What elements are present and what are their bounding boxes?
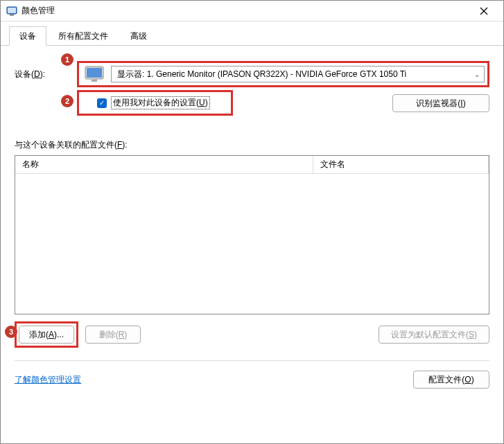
- tab-all-profiles[interactable]: 所有配置文件: [48, 26, 119, 46]
- table-header: 名称 文件名: [15, 156, 489, 174]
- close-icon: [480, 7, 488, 15]
- device-row: 设备(D): 1 显示器: 1. Generic Monitor (IPASON…: [15, 61, 489, 87]
- add-button-highlight: 添加(A)...: [15, 321, 78, 348]
- set-default-button: 设置为默认配置文件(S): [379, 326, 489, 344]
- device-select-highlight: 1 显示器: 1. Generic Monitor (IPASON QR322X…: [77, 61, 489, 87]
- annotation-2: 2: [61, 95, 73, 107]
- tab-advanced[interactable]: 高级: [120, 26, 157, 46]
- app-icon: [6, 6, 17, 17]
- content-area: 设备(D): 1 显示器: 1. Generic Monitor (IPASON…: [1, 46, 503, 443]
- chevron-down-icon: ⌄: [474, 71, 480, 78]
- svg-rect-1: [8, 8, 16, 13]
- identify-monitors-button[interactable]: 识别监视器(I): [392, 94, 489, 112]
- titlebar: 颜色管理: [1, 1, 503, 21]
- settings-row: 2 ✓ 使用我对此设备的设置(U) 识别监视器(I): [15, 90, 489, 116]
- remove-button: 删除(R): [85, 326, 141, 344]
- close-button[interactable]: [470, 1, 498, 21]
- use-settings-label: 使用我对此设备的设置(U): [111, 96, 210, 109]
- tab-device[interactable]: 设备: [9, 26, 46, 46]
- col-header-file[interactable]: 文件名: [313, 156, 489, 173]
- footer-row: 了解颜色管理设置 配置文件(O): [15, 371, 489, 389]
- svg-rect-2: [10, 15, 14, 16]
- associated-profiles-label: 与这个设备关联的配置文件(F):: [15, 139, 489, 151]
- device-select-value: 显示器: 1. Generic Monitor (IPASON QR322X) …: [117, 69, 406, 80]
- profiles-button[interactable]: 配置文件(O): [413, 371, 489, 389]
- col-header-name[interactable]: 名称: [15, 156, 313, 173]
- annotation-1: 1: [61, 53, 73, 66]
- color-management-window: 颜色管理 设备 所有配置文件 高级 设备(D): 1: [0, 0, 504, 444]
- table-body[interactable]: [15, 174, 489, 314]
- monitor-icon: [85, 66, 104, 82]
- use-settings-checkbox[interactable]: ✓: [97, 98, 107, 108]
- divider: [15, 360, 489, 361]
- add-button[interactable]: 添加(A)...: [19, 326, 74, 344]
- learn-link[interactable]: 了解颜色管理设置: [15, 374, 81, 386]
- tab-bar: 设备 所有配置文件 高级: [1, 21, 503, 46]
- use-settings-highlight: 2 ✓ 使用我对此设备的设置(U): [77, 90, 233, 116]
- profiles-table: 名称 文件名: [15, 155, 489, 314]
- window-title: 颜色管理: [21, 5, 470, 17]
- device-select[interactable]: 显示器: 1. Generic Monitor (IPASON QR322X) …: [111, 66, 485, 82]
- device-label: 设备(D):: [15, 69, 77, 80]
- svg-rect-6: [87, 68, 102, 78]
- svg-rect-7: [92, 80, 97, 82]
- table-buttons-row: 3 添加(A)... 删除(R) 设置为默认配置文件(S): [15, 321, 489, 348]
